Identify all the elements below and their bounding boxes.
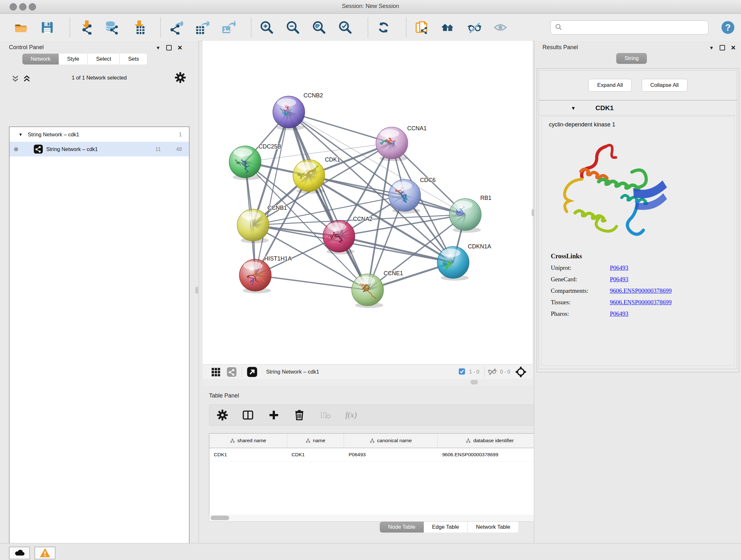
horizontal-splitter[interactable] xyxy=(203,379,533,386)
crosslink-row: Uniprot:P06493 xyxy=(551,264,734,271)
network-view-title: String Network – cdk1 xyxy=(266,369,319,375)
column-header-database-identifier[interactable]: database identifier xyxy=(438,434,542,448)
network-selected-status: 1 of 1 Network selected xyxy=(0,75,199,81)
section-collapse-icon[interactable]: ▼ xyxy=(571,105,576,111)
crosslink-link[interactable]: 9606.ENSP00000378699 xyxy=(610,299,672,306)
function-builder-icon: f(x) xyxy=(345,410,357,420)
collection-count: 1 xyxy=(179,132,182,138)
zoom-fit-icon[interactable] xyxy=(312,20,326,35)
splitter-handle[interactable] xyxy=(471,380,478,384)
network-dot-icon xyxy=(14,147,18,151)
crosslink-row: GeneCard:P06493 xyxy=(551,276,734,283)
warnings-button[interactable] xyxy=(35,547,56,559)
tab-string[interactable]: String xyxy=(616,53,647,64)
network-share-toggle-icon[interactable] xyxy=(226,367,237,377)
left-splitter-handle[interactable] xyxy=(195,287,198,294)
control-panel: Control Panel ▼ ✕ NetworkStyleSelectSets… xyxy=(0,41,199,543)
window-title: Session: New Session xyxy=(0,3,741,10)
tab-network-table[interactable]: Network Table xyxy=(468,522,519,533)
crosslink-link[interactable]: 9606.ENSP00000378699 xyxy=(610,287,672,294)
control-panel-close-icon[interactable]: ✕ xyxy=(178,44,183,51)
add-column-icon[interactable] xyxy=(268,409,280,421)
zoom-out-icon[interactable] xyxy=(286,20,300,35)
export-image-icon[interactable] xyxy=(221,20,235,35)
network-row-selected[interactable]: String Network – cdk1 11 48 xyxy=(10,142,189,157)
control-panel-menu-icon[interactable]: ▼ xyxy=(156,45,160,51)
tab-select[interactable]: Select xyxy=(88,54,120,64)
collapse-all-button[interactable]: Collapse All xyxy=(642,79,687,91)
expand-all-button[interactable]: Expand All xyxy=(589,79,631,91)
tab-network[interactable]: Network xyxy=(22,54,59,64)
tab-edge-table[interactable]: Edge Table xyxy=(424,522,468,533)
cloud-button[interactable] xyxy=(9,547,30,559)
string-results-container: Expand All Collapse All ▼ CDK1 cyclin-de… xyxy=(537,68,739,372)
crosslink-link[interactable]: P06493 xyxy=(610,310,628,317)
results-panel-menu-icon[interactable]: ▼ xyxy=(709,45,714,51)
control-panel-gear-icon[interactable] xyxy=(175,72,186,83)
show-eye-icon[interactable] xyxy=(493,20,508,35)
network-canvas[interactable]: CCNB2CCNA1CDC25BCDK1CDC6RB1CCNB1CCNA2CDK… xyxy=(203,41,533,364)
control-panel-float-icon[interactable] xyxy=(166,45,172,51)
svg-text:?: ? xyxy=(725,22,731,33)
svg-text:CDC6: CDC6 xyxy=(420,177,435,183)
birdseye-grid-icon[interactable] xyxy=(210,367,221,377)
zoom-in-icon[interactable] xyxy=(260,20,274,35)
column-header-name[interactable]: name xyxy=(287,434,344,448)
zoom-selected-icon[interactable] xyxy=(338,20,352,35)
export-network-icon[interactable] xyxy=(169,20,183,35)
import-database-icon[interactable] xyxy=(105,20,119,35)
svg-text:CDKN1A: CDKN1A xyxy=(468,243,491,250)
network-row-label: String Network – cdk1 xyxy=(46,146,98,152)
svg-text:RB1: RB1 xyxy=(480,195,491,201)
crosslink-link[interactable]: P06493 xyxy=(610,276,628,283)
hidden-glasses-icon[interactable] xyxy=(487,367,497,377)
search-input[interactable] xyxy=(563,24,698,30)
hide-glasses-icon[interactable] xyxy=(467,20,481,35)
results-panel-float-icon[interactable] xyxy=(720,45,725,51)
hidden-node-edge-counts: 0 - 0 xyxy=(500,369,510,375)
selected-checkbox-icon[interactable] xyxy=(458,368,467,376)
cdk1-section-body: cyclin-dependent kinase 1 CrossLinks Uni… xyxy=(542,117,734,366)
help-button[interactable]: ? xyxy=(721,20,735,35)
open-in-window-icon[interactable] xyxy=(246,366,258,378)
network-share-icon xyxy=(33,144,43,154)
table-gear-icon[interactable] xyxy=(217,410,228,421)
crosslink-link[interactable]: P06493 xyxy=(610,264,628,271)
svg-text:CDC25B: CDC25B xyxy=(259,143,281,150)
split-columns-icon[interactable] xyxy=(242,409,254,421)
control-panel-tabs: NetworkStyleSelectSets xyxy=(22,54,147,64)
export-table-icon[interactable] xyxy=(195,20,209,35)
control-panel-title: Control Panel xyxy=(9,44,44,51)
open-folder-icon[interactable] xyxy=(14,20,28,35)
tab-sets[interactable]: Sets xyxy=(120,54,147,64)
results-tabs: String xyxy=(616,53,647,64)
column-header-shared-name[interactable]: shared name xyxy=(209,434,287,448)
search-icon xyxy=(555,23,563,32)
crosslinks-title: CrossLinks xyxy=(551,253,734,260)
delete-column-icon[interactable] xyxy=(293,409,305,421)
column-header-canonical-name[interactable]: canonical name xyxy=(344,434,437,448)
results-panel-close-icon[interactable]: ✕ xyxy=(731,44,736,51)
network-collection-row[interactable]: ▼ String Network – cdk1 1 xyxy=(10,127,189,142)
cdk1-section-header[interactable]: ▼ CDK1 xyxy=(539,101,737,116)
refresh-icon[interactable] xyxy=(377,20,391,35)
status-bar: Memory xyxy=(0,543,741,560)
svg-text:CCNA1: CCNA1 xyxy=(407,125,427,132)
home-pair-icon[interactable] xyxy=(441,20,455,35)
crosslink-row: Tissues:9606.ENSP00000378699 xyxy=(551,299,734,306)
svg-text:CCNB2: CCNB2 xyxy=(304,92,323,99)
collapse-triangle-icon[interactable]: ▼ xyxy=(18,132,23,137)
svg-text:HIST1H1A: HIST1H1A xyxy=(264,255,292,262)
import-network-icon[interactable] xyxy=(78,20,92,35)
tab-style[interactable]: Style xyxy=(59,54,88,64)
results-panel: Results Panel ▼ ✕ String Expand All Coll… xyxy=(534,41,741,543)
string-app-icon[interactable] xyxy=(415,20,429,35)
crosshair-icon[interactable] xyxy=(515,366,527,378)
node-name: CDK1 xyxy=(596,104,614,112)
tab-node-table[interactable]: Node Table xyxy=(380,522,424,533)
search-box[interactable] xyxy=(550,20,709,35)
node-description: cyclin-dependent kinase 1 xyxy=(549,121,734,128)
table-hscrollbar-thumb[interactable] xyxy=(211,516,229,520)
import-table-icon[interactable] xyxy=(131,20,145,35)
save-icon[interactable] xyxy=(40,20,54,35)
